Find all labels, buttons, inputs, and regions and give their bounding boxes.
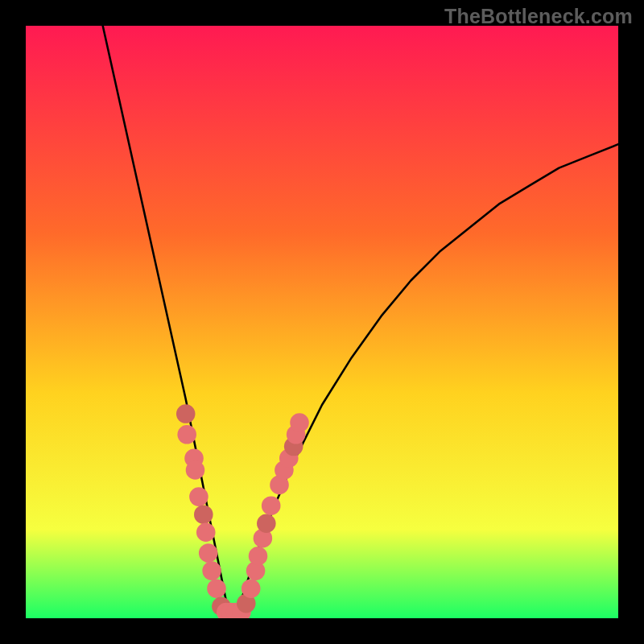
sample-dot — [249, 547, 268, 566]
plot-area — [26, 26, 618, 618]
sample-dot — [199, 543, 218, 563]
watermark-text: TheBottleneck.com — [444, 5, 633, 28]
sample-dot — [186, 460, 205, 480]
outer-frame: TheBottleneck.com — [0, 0, 644, 644]
sample-dot — [176, 404, 196, 423]
chart-svg — [26, 26, 618, 618]
sample-dot — [202, 561, 221, 580]
sample-dot — [262, 496, 281, 515]
gradient-background — [26, 26, 618, 618]
sample-dot — [242, 579, 261, 598]
sample-dot — [207, 579, 226, 598]
sample-dot — [290, 413, 309, 432]
sample-dot — [194, 505, 213, 524]
sample-dot — [177, 425, 196, 444]
sample-dot — [196, 523, 216, 543]
sample-dot — [189, 487, 208, 506]
sample-dot — [257, 514, 276, 533]
